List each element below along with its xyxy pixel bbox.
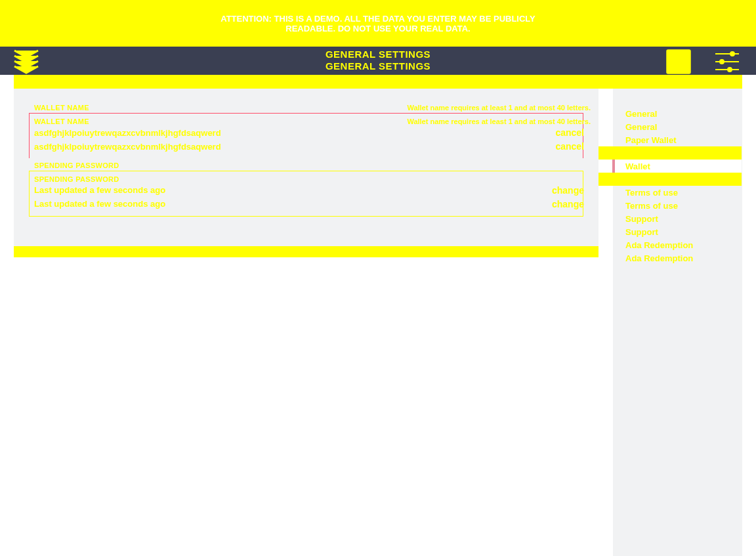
settings-sidebar: General General Paper Wallet Paper Walle… [613,89,742,556]
svg-point-8 [730,52,734,56]
spending-password-change-1[interactable]: change [552,185,584,196]
sidebar-item-general-1[interactable]: General [613,107,742,120]
wallet-name-label-2: WALLET NAME [34,118,89,125]
sidebar-item-general-2[interactable]: General [613,120,742,133]
spending-password-value-2: Last updated a few seconds ago [34,199,165,209]
settings-panel-footer [14,230,598,246]
wallet-name-cancel-2[interactable]: cancel [555,141,584,152]
svg-rect-3 [669,63,677,70]
spending-password-section: SPENDING PASSWORD SPENDING PASSWORD Last… [14,158,598,230]
wallet-name-error-1: Wallet name requires at least 1 and at m… [407,104,591,112]
wallet-name-label-1: WALLET NAME [34,104,89,112]
svg-point-10 [720,60,724,64]
wallet-name-cancel-1[interactable]: cancel [555,127,584,138]
sidebar-item-paper-wallet-2[interactable]: Paper Wallet [613,146,742,160]
spending-password-change-2[interactable]: change [552,199,584,209]
wallet-name-value-2[interactable]: asdfghjklpoiuytrewqazxcvbnmlkjhgfdsaqwer… [34,142,221,152]
banner-line-2: READABLE. DO NOT USE YOUR REAL DATA. [285,24,470,33]
sub-header-yellow [14,75,742,89]
wallet-grid-icon[interactable] [664,49,693,75]
bottom-yellow-strip [14,246,598,257]
sidebar-item-terms-2[interactable]: Terms of use [613,199,742,212]
header-title-1: GENERAL SETTINGS [0,49,756,60]
sidebar-item-terms-1[interactable]: Terms of use [613,186,742,199]
wallet-name-error-2: Wallet name requires at least 1 and at m… [407,118,591,125]
svg-point-5 [672,56,675,58]
app-header: GENERAL SETTINGS GENERAL SETTINGS [0,47,756,75]
settings-sliders-icon[interactable] [713,49,742,75]
banner-line-1: ATTENTION: THIS IS A DEMO. ALL THE DATA … [220,14,536,24]
svg-point-12 [728,68,732,72]
spending-password-value-1: Last updated a few seconds ago [34,185,165,195]
sidebar-item-wallet-1[interactable]: Wallet [613,160,742,173]
header-title-stack: GENERAL SETTINGS GENERAL SETTINGS [0,49,756,72]
settings-panel: WALLET NAME Wallet name requires at leas… [14,89,598,246]
sidebar-item-wallet-2[interactable]: Wallet [613,173,742,186]
svg-rect-4 [680,63,688,70]
wallet-name-value-1[interactable]: asdfghjklpoiuytrewqazxcvbnmlkjhgfdsaqwer… [34,128,221,138]
spending-password-label-2: SPENDING PASSWORD [34,175,119,183]
sub-header-strip [0,75,756,89]
sidebar-item-paper-wallet-1[interactable]: Paper Wallet [613,133,742,146]
sidebar-item-support-2[interactable]: Support [613,225,742,238]
spending-password-label-1: SPENDING PASSWORD [34,161,119,169]
wallet-name-section: WALLET NAME Wallet name requires at leas… [14,89,598,158]
header-title-2: GENERAL SETTINGS [0,60,756,72]
sidebar-item-ada-redemption-2[interactable]: Ada Redemption [613,251,742,265]
sidebar-item-ada-redemption-1[interactable]: Ada Redemption [613,238,742,251]
demo-warning-banner: ATTENTION: THIS IS A DEMO. ALL THE DATA … [0,0,756,47]
svg-point-6 [682,56,685,58]
sidebar-item-support-1[interactable]: Support [613,212,742,225]
